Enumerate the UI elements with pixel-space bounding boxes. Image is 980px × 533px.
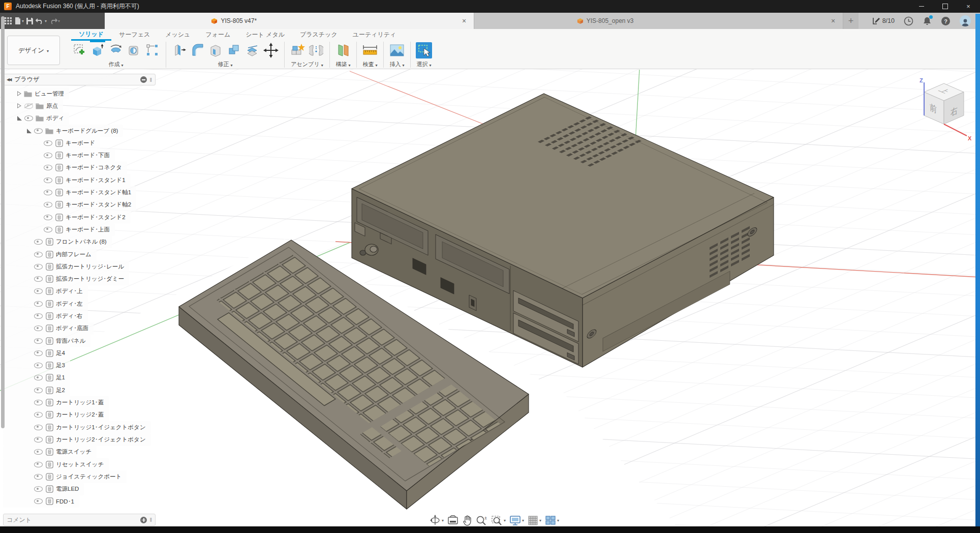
select-icon[interactable] [416,42,432,58]
browser-item-label[interactable]: 電源LED [56,485,79,493]
bell-icon[interactable] [923,16,932,26]
view-cube[interactable]: 上 前 右 Z X [912,75,976,142]
shell-icon[interactable] [208,42,224,58]
group-label-construct[interactable]: 構築 [335,61,347,68]
eye-visibility-icon[interactable] [34,239,43,245]
minimize-button[interactable] [910,0,933,13]
browser-item-label[interactable]: キーボード･スタンド軸1 [66,189,131,196]
browser-item[interactable]: 足3 [3,360,156,372]
fit-icon[interactable]: ▾ [491,515,506,526]
browser-item[interactable]: ボディ･底面 [3,322,156,335]
browser-item-label[interactable]: ボディ･右 [56,312,83,320]
browser-item-label[interactable]: FDD･1 [56,498,74,505]
browser-item-label[interactable]: キーボード･下面 [66,152,110,159]
browser-item[interactable]: ボディ [3,112,156,125]
browser-item[interactable]: 足2 [3,384,156,396]
eye-visibility-icon[interactable] [34,388,43,393]
browser-item-label[interactable]: 拡張カートリッジ･レール [56,263,124,271]
browser-item-label[interactable]: ジョイスティックポート [56,473,121,481]
group-label-inspect[interactable]: 検査 [362,61,374,68]
browser-item[interactable]: ボディ･左 [3,298,156,310]
browser-item[interactable]: 拡張カートリッジ･ダミー [3,273,156,285]
eye-visibility-icon[interactable] [34,474,43,480]
browser-item-label[interactable]: リセットスイッチ [56,461,104,468]
eye-visibility-icon[interactable] [44,227,52,232]
group-label-insert[interactable]: 挿入 [389,61,401,68]
combine-icon[interactable] [226,42,242,58]
browser-item-label[interactable]: 足2 [56,387,65,394]
eye-visibility-icon[interactable] [34,128,43,134]
eye-visibility-icon[interactable] [34,338,43,344]
save-icon[interactable] [26,17,34,25]
plus-circle-icon[interactable] [140,517,147,523]
expander-icon[interactable] [15,116,23,121]
tab-sheet-metal[interactable]: シート メタル [238,29,292,41]
look-at-icon[interactable] [447,515,458,525]
browser-item-label[interactable]: キーボード･スタンド2 [66,214,126,221]
browser-item[interactable]: ジョイスティックポート [3,470,156,483]
tab-surface[interactable]: サーフェス [111,29,158,41]
browser-item[interactable]: キーボード [3,137,156,149]
browser-item-label[interactable]: ビュー管理 [35,90,64,98]
avatar[interactable] [960,15,971,26]
browser-item[interactable]: キーボード･下面 [3,149,156,161]
document-tab-inactive[interactable]: YIS-805_open v3 × [474,13,843,29]
browser-item-label[interactable]: ボディ [46,114,64,122]
browser-item-label[interactable]: 電源スイッチ [56,448,91,456]
eye-visibility-icon[interactable] [34,363,43,368]
eye-visibility-icon[interactable] [44,190,52,195]
browser-header[interactable]: ◀◀ ブラウザ ‖ [3,74,156,85]
browser-item-label[interactable]: キーボード･スタンド軸2 [66,201,131,209]
collapse-panel-icon[interactable]: ◀◀ [7,77,11,82]
expander-icon[interactable] [25,129,33,133]
browser-item[interactable]: 内部フレーム [3,248,156,260]
browser-item-label[interactable]: 足3 [56,362,65,369]
file-icon[interactable]: ▾ [14,17,24,25]
grid-settings-icon[interactable]: ▾ [528,515,541,526]
tab-plastic[interactable]: プラスチック [292,29,345,41]
browser-item-label[interactable]: フロントパネル (8) [56,238,107,246]
tab-mesh[interactable]: メッシュ [158,29,198,41]
clock-icon[interactable] [904,16,913,26]
browser-item-label[interactable]: カートリッジ2･蓋 [56,411,104,419]
browser-item-label[interactable]: 背面パネル [56,337,85,345]
browser-item-label[interactable]: キーボード [66,139,95,147]
eye-visibility-icon[interactable] [44,140,52,146]
move-icon[interactable] [263,42,279,58]
browser-item[interactable]: 足4 [3,347,156,359]
browser-item-label[interactable]: 足1 [56,374,65,381]
eye-visibility-icon[interactable] [44,165,52,170]
tab-utilities[interactable]: ユーティリティ [345,29,404,41]
browser-item[interactable]: FDD･1 [3,495,156,508]
group-label-assemble[interactable]: アセンブリ [291,61,319,68]
browser-item[interactable]: キーボード･上面 [3,223,156,235]
eye-visibility-icon[interactable] [34,375,43,380]
browser-item[interactable]: 原点 [3,100,156,112]
expander-icon[interactable] [15,103,23,108]
eye-visibility-icon[interactable] [44,202,52,208]
workspace-selector[interactable]: デザイン [7,36,60,65]
expander-icon[interactable] [15,91,23,96]
browser-item[interactable]: キーボード･コネクタ [3,162,156,174]
offset-face-icon[interactable] [244,42,261,58]
browser-item[interactable]: カートリッジ2･イジェクトボタン [3,433,156,446]
display-settings-icon[interactable]: ▾ [509,515,524,526]
browser-item[interactable]: 背面パネル [3,335,156,347]
undo-icon[interactable]: ▾ [36,17,47,24]
group-label-create[interactable]: 作成 [108,61,119,68]
panel-drag-grip[interactable]: ‖ [149,517,152,523]
new-component-icon[interactable] [290,42,306,58]
browser-item[interactable]: カートリッジ1･蓋 [3,396,156,408]
new-tab-button[interactable]: + [843,13,859,29]
browser-item[interactable]: キーボード･スタンド2 [3,211,156,223]
panel-drag-grip[interactable]: ‖ [149,77,152,83]
browser-item[interactable]: カートリッジ1･イジェクトボタン [3,421,156,433]
browser-item-label[interactable]: ボディ･上 [56,287,83,295]
browser-item[interactable]: 電源スイッチ [3,446,156,458]
document-tab-active[interactable]: YIS-805 v47* × [105,13,474,29]
eye-visibility-icon[interactable] [34,276,43,282]
group-label-select[interactable]: 選択 [416,61,427,68]
tab-close-icon[interactable]: × [460,17,469,25]
eye-visibility-icon[interactable] [34,301,43,307]
eye-visibility-icon[interactable] [34,486,43,492]
